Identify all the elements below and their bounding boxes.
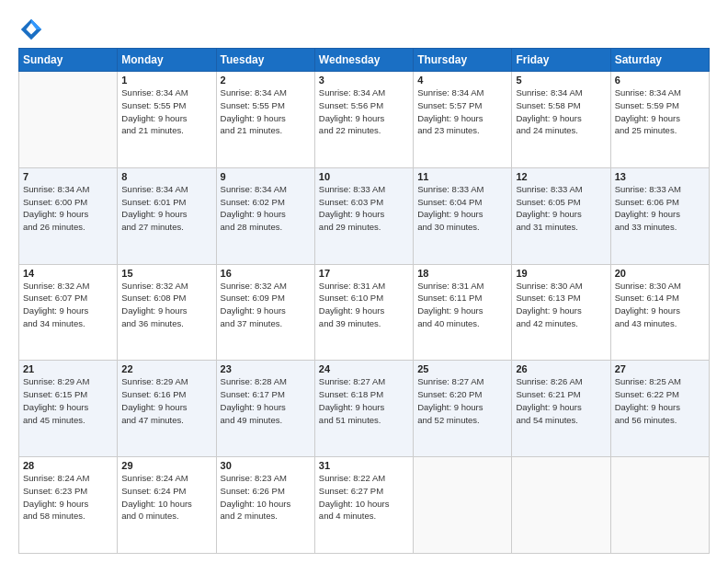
day-number: 5: [516, 75, 606, 86]
calendar-cell: [512, 457, 610, 554]
weekday-header-wednesday: Wednesday: [314, 49, 413, 72]
day-number: 15: [121, 268, 211, 279]
calendar-cell: 15Sunrise: 8:32 AM Sunset: 6:08 PM Dayli…: [118, 264, 216, 361]
weekday-header-tuesday: Tuesday: [216, 49, 314, 72]
day-info: Sunrise: 8:34 AM Sunset: 5:57 PM Dayligh…: [417, 86, 507, 137]
calendar-cell: 19Sunrise: 8:30 AM Sunset: 6:13 PM Dayli…: [512, 264, 610, 361]
logo-icon: [18, 17, 44, 42]
calendar-cell: 25Sunrise: 8:27 AM Sunset: 6:20 PM Dayli…: [414, 361, 512, 457]
calendar-week-row: 1Sunrise: 8:34 AM Sunset: 5:55 PM Daylig…: [19, 72, 710, 168]
calendar-week-row: 14Sunrise: 8:32 AM Sunset: 6:07 PM Dayli…: [19, 264, 710, 361]
day-number: 23: [221, 363, 311, 374]
day-info: Sunrise: 8:33 AM Sunset: 6:03 PM Dayligh…: [319, 183, 409, 234]
calendar-cell: 14Sunrise: 8:32 AM Sunset: 6:07 PM Dayli…: [19, 264, 118, 361]
day-number: 8: [121, 171, 211, 182]
day-number: 1: [121, 75, 211, 86]
calendar-cell: 30Sunrise: 8:23 AM Sunset: 6:26 PM Dayli…: [216, 457, 314, 554]
day-info: Sunrise: 8:34 AM Sunset: 5:55 PM Dayligh…: [121, 86, 211, 137]
calendar-week-row: 21Sunrise: 8:29 AM Sunset: 6:15 PM Dayli…: [19, 361, 710, 457]
day-info: Sunrise: 8:32 AM Sunset: 6:08 PM Dayligh…: [121, 280, 211, 330]
calendar-cell: 28Sunrise: 8:24 AM Sunset: 6:23 PM Dayli…: [19, 457, 118, 554]
day-number: 25: [417, 363, 507, 374]
day-number: 7: [23, 171, 113, 182]
logo: [18, 17, 46, 42]
calendar-cell: 17Sunrise: 8:31 AM Sunset: 6:10 PM Dayli…: [314, 264, 413, 361]
weekday-header-sunday: Sunday: [19, 49, 118, 72]
day-info: Sunrise: 8:29 AM Sunset: 6:15 PM Dayligh…: [23, 375, 113, 426]
day-number: 21: [23, 363, 113, 374]
calendar-cell: 3Sunrise: 8:34 AM Sunset: 5:56 PM Daylig…: [314, 72, 413, 168]
calendar-cell: 13Sunrise: 8:33 AM Sunset: 6:06 PM Dayli…: [610, 167, 709, 264]
day-info: Sunrise: 8:33 AM Sunset: 6:06 PM Dayligh…: [615, 183, 705, 234]
calendar-cell: 5Sunrise: 8:34 AM Sunset: 5:58 PM Daylig…: [512, 72, 610, 168]
calendar-cell: 1Sunrise: 8:34 AM Sunset: 5:55 PM Daylig…: [118, 72, 216, 168]
day-info: Sunrise: 8:27 AM Sunset: 6:20 PM Dayligh…: [417, 375, 507, 426]
calendar-cell: 16Sunrise: 8:32 AM Sunset: 6:09 PM Dayli…: [216, 264, 314, 361]
day-number: 26: [516, 363, 606, 374]
calendar-cell: 31Sunrise: 8:22 AM Sunset: 6:27 PM Dayli…: [314, 457, 413, 554]
calendar-cell: 2Sunrise: 8:34 AM Sunset: 5:55 PM Daylig…: [216, 72, 314, 168]
day-number: 18: [417, 268, 507, 279]
calendar-cell: 10Sunrise: 8:33 AM Sunset: 6:03 PM Dayli…: [314, 167, 413, 264]
page: SundayMondayTuesdayWednesdayThursdayFrid…: [0, 0, 728, 563]
calendar-cell: 21Sunrise: 8:29 AM Sunset: 6:15 PM Dayli…: [19, 361, 118, 457]
day-number: 30: [221, 460, 311, 471]
day-info: Sunrise: 8:27 AM Sunset: 6:18 PM Dayligh…: [319, 375, 409, 426]
day-number: 19: [516, 268, 606, 279]
day-info: Sunrise: 8:28 AM Sunset: 6:17 PM Dayligh…: [221, 375, 311, 426]
day-info: Sunrise: 8:26 AM Sunset: 6:21 PM Dayligh…: [516, 375, 606, 426]
day-info: Sunrise: 8:31 AM Sunset: 6:11 PM Dayligh…: [417, 280, 507, 330]
calendar-cell: 24Sunrise: 8:27 AM Sunset: 6:18 PM Dayli…: [314, 361, 413, 457]
day-info: Sunrise: 8:22 AM Sunset: 6:27 PM Dayligh…: [319, 472, 409, 523]
day-info: Sunrise: 8:31 AM Sunset: 6:10 PM Dayligh…: [319, 280, 409, 330]
calendar-cell: [19, 72, 118, 168]
day-number: 2: [221, 75, 311, 86]
day-info: Sunrise: 8:34 AM Sunset: 6:01 PM Dayligh…: [121, 183, 211, 234]
day-info: Sunrise: 8:33 AM Sunset: 6:05 PM Dayligh…: [516, 183, 606, 234]
day-number: 20: [615, 268, 705, 279]
day-number: 9: [221, 171, 311, 182]
calendar-cell: 27Sunrise: 8:25 AM Sunset: 6:22 PM Dayli…: [610, 361, 709, 457]
day-number: 28: [23, 460, 113, 471]
day-info: Sunrise: 8:24 AM Sunset: 6:24 PM Dayligh…: [121, 472, 211, 523]
calendar-cell: 23Sunrise: 8:28 AM Sunset: 6:17 PM Dayli…: [216, 361, 314, 457]
calendar-cell: 29Sunrise: 8:24 AM Sunset: 6:24 PM Dayli…: [118, 457, 216, 554]
calendar-cell: [414, 457, 512, 554]
day-number: 16: [221, 268, 311, 279]
calendar-week-row: 7Sunrise: 8:34 AM Sunset: 6:00 PM Daylig…: [19, 167, 710, 264]
day-info: Sunrise: 8:34 AM Sunset: 5:56 PM Dayligh…: [319, 86, 409, 137]
calendar-week-row: 28Sunrise: 8:24 AM Sunset: 6:23 PM Dayli…: [19, 457, 710, 554]
day-info: Sunrise: 8:34 AM Sunset: 5:55 PM Dayligh…: [221, 86, 311, 137]
calendar-cell: 4Sunrise: 8:34 AM Sunset: 5:57 PM Daylig…: [414, 72, 512, 168]
day-number: 27: [615, 363, 705, 374]
day-number: 11: [417, 171, 507, 182]
day-info: Sunrise: 8:34 AM Sunset: 5:59 PM Dayligh…: [615, 86, 705, 137]
day-number: 22: [121, 363, 211, 374]
day-info: Sunrise: 8:24 AM Sunset: 6:23 PM Dayligh…: [23, 472, 113, 523]
calendar-cell: 20Sunrise: 8:30 AM Sunset: 6:14 PM Dayli…: [610, 264, 709, 361]
calendar-cell: 18Sunrise: 8:31 AM Sunset: 6:11 PM Dayli…: [414, 264, 512, 361]
day-number: 3: [319, 75, 409, 86]
header: [18, 17, 710, 42]
calendar-table: SundayMondayTuesdayWednesdayThursdayFrid…: [18, 48, 710, 554]
day-number: 29: [121, 460, 211, 471]
calendar-cell: 6Sunrise: 8:34 AM Sunset: 5:59 PM Daylig…: [610, 72, 709, 168]
day-info: Sunrise: 8:25 AM Sunset: 6:22 PM Dayligh…: [615, 375, 705, 426]
day-number: 10: [319, 171, 409, 182]
day-number: 17: [319, 268, 409, 279]
day-number: 24: [319, 363, 409, 374]
day-info: Sunrise: 8:34 AM Sunset: 6:02 PM Dayligh…: [221, 183, 311, 234]
day-info: Sunrise: 8:23 AM Sunset: 6:26 PM Dayligh…: [221, 472, 311, 523]
day-number: 4: [417, 75, 507, 86]
calendar-cell: [610, 457, 709, 554]
day-number: 12: [516, 171, 606, 182]
calendar-cell: 12Sunrise: 8:33 AM Sunset: 6:05 PM Dayli…: [512, 167, 610, 264]
weekday-header-thursday: Thursday: [414, 49, 512, 72]
day-info: Sunrise: 8:32 AM Sunset: 6:09 PM Dayligh…: [221, 280, 311, 330]
weekday-header-monday: Monday: [118, 49, 216, 72]
day-info: Sunrise: 8:30 AM Sunset: 6:14 PM Dayligh…: [615, 280, 705, 330]
calendar-cell: 22Sunrise: 8:29 AM Sunset: 6:16 PM Dayli…: [118, 361, 216, 457]
calendar-cell: 8Sunrise: 8:34 AM Sunset: 6:01 PM Daylig…: [118, 167, 216, 264]
day-info: Sunrise: 8:34 AM Sunset: 5:58 PM Dayligh…: [516, 86, 606, 137]
day-number: 14: [23, 268, 113, 279]
